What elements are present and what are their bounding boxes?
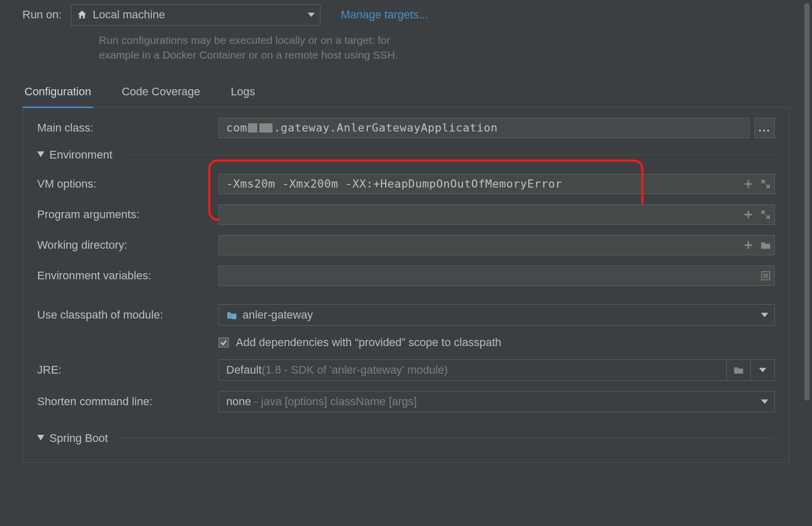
expand-icon[interactable]	[761, 179, 771, 189]
shorten-select[interactable]: none - java [options] className [args]	[219, 391, 775, 412]
plus-icon[interactable]	[743, 179, 753, 189]
run-on-selected: Local machine	[93, 8, 165, 21]
folder-icon[interactable]	[761, 240, 771, 250]
shorten-label: Shorten command line:	[37, 395, 219, 408]
classpath-label: Use classpath of module:	[37, 308, 219, 322]
tabs: Configuration Code Coverage Logs	[22, 85, 790, 108]
chevron-down-icon	[759, 366, 766, 374]
jre-label: JRE:	[37, 363, 219, 377]
working-dir-field[interactable]	[219, 235, 775, 255]
home-icon	[76, 9, 88, 20]
classpath-select[interactable]: anler-gateway	[219, 304, 775, 326]
tab-configuration[interactable]: Configuration	[22, 85, 93, 108]
run-on-label: Run on:	[22, 8, 62, 21]
expand-icon[interactable]	[761, 209, 771, 220]
module-icon	[226, 310, 237, 320]
scrollbar-thumb[interactable]	[804, 3, 809, 401]
vertical-scrollbar[interactable]	[803, 0, 812, 526]
add-provided-checkbox[interactable]: Add dependencies with provided scope to …	[219, 336, 501, 349]
main-class-label: Main class:	[37, 121, 219, 135]
chevron-down-icon	[761, 311, 768, 319]
configuration-body: Main class: com .gateway.AnlerGatewayApp…	[22, 108, 790, 463]
browse-main-class-button[interactable]: ...	[754, 118, 775, 138]
vm-options-field[interactable]	[219, 174, 775, 194]
run-on-help: Run configurations may be executed local…	[99, 33, 790, 63]
env-vars-field[interactable]	[219, 266, 775, 286]
main-class-field[interactable]: com .gateway.AnlerGatewayApplication	[219, 118, 749, 138]
folder-icon	[734, 365, 744, 375]
program-args-label: Program arguments:	[37, 208, 219, 221]
environment-section-toggle[interactable]: Environment	[37, 148, 775, 162]
plus-icon[interactable]	[743, 240, 753, 250]
env-vars-label: Environment variables:	[37, 269, 219, 282]
redacted-icon	[248, 123, 257, 133]
svg-rect-4	[232, 315, 236, 319]
manage-targets-link[interactable]: Manage targets...	[341, 8, 428, 21]
program-args-field[interactable]	[219, 204, 775, 225]
jre-browse-button[interactable]	[727, 360, 750, 380]
list-icon[interactable]	[761, 271, 771, 281]
jre-select[interactable]: Default (1.8 - SDK of 'anler-gateway' mo…	[219, 359, 775, 381]
chevron-down-icon	[308, 11, 315, 18]
add-provided-label: Add dependencies with provided scope to …	[236, 336, 501, 349]
spring-boot-section-toggle[interactable]: Spring Boot	[37, 432, 775, 445]
tab-logs[interactable]: Logs	[229, 85, 257, 107]
working-dir-label: Working directory:	[37, 239, 219, 252]
vm-options-label: VM options:	[37, 177, 219, 191]
run-on-select[interactable]: Local machine	[71, 4, 320, 25]
plus-icon[interactable]	[743, 209, 753, 220]
redacted-icon	[259, 123, 273, 133]
tab-code-coverage[interactable]: Code Coverage	[120, 85, 202, 107]
chevron-down-icon	[761, 398, 768, 405]
